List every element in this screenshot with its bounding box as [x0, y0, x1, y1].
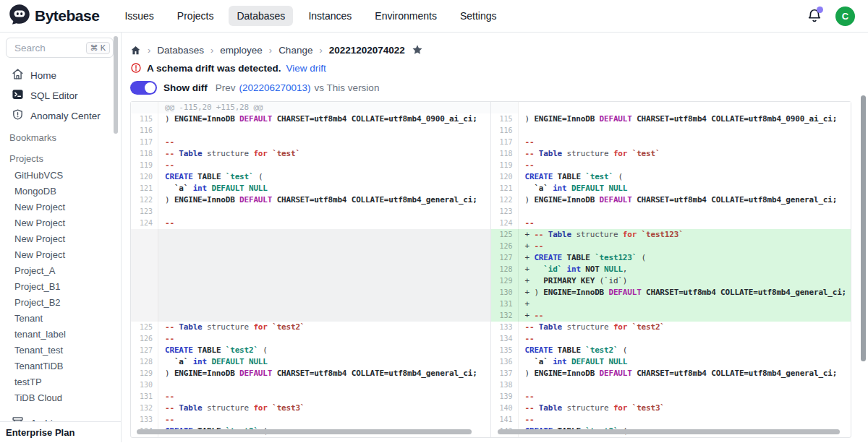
- breadcrumb-item-change[interactable]: Change: [278, 45, 312, 56]
- brand-name: Bytebase: [35, 7, 99, 25]
- line-number: [131, 229, 158, 241]
- diff-row: 117--: [131, 137, 490, 148]
- show-diff-toggle[interactable]: [130, 81, 157, 95]
- breadcrumb-home-icon[interactable]: [130, 45, 141, 56]
- line-number: 129: [131, 368, 158, 379]
- line-number: 128: [131, 356, 158, 368]
- sql-editor-icon: [12, 88, 24, 103]
- project-item[interactable]: TiDB Cloud: [0, 390, 121, 406]
- search-shortcut-kbd: ⌘ K: [86, 42, 110, 54]
- search-input[interactable]: [13, 42, 86, 54]
- diff-hunk-header-row: @@ -115,20 +115,28 @@: [131, 102, 490, 113]
- line-number: 118: [131, 148, 158, 160]
- sidebar-item-label: Anomaly Center: [30, 111, 101, 121]
- breadcrumb-item-employee[interactable]: employee: [220, 45, 263, 56]
- nav-item-databases[interactable]: Databases: [229, 6, 293, 26]
- diff-row: 128 `a` int DEFAULT NULL: [131, 356, 490, 368]
- notification-bell-icon[interactable]: [807, 8, 822, 24]
- bytebase-brand[interactable]: Bytebase: [9, 4, 99, 28]
- diff-row: 119--: [491, 160, 851, 171]
- project-item[interactable]: Tenant: [0, 311, 121, 327]
- nav-item-issues[interactable]: Issues: [116, 6, 161, 26]
- project-item[interactable]: Project_B1: [0, 279, 121, 295]
- nav-item-settings[interactable]: Settings: [452, 6, 505, 26]
- sidebar-section-bookmarks[interactable]: Bookmarks: [0, 126, 121, 147]
- line-number: 115: [131, 113, 158, 125]
- bookmark-star-icon[interactable]: [412, 44, 423, 56]
- project-item[interactable]: MongoDB: [0, 184, 121, 199]
- view-drift-link[interactable]: View drift: [286, 63, 326, 74]
- project-item[interactable]: New Project: [0, 247, 121, 263]
- project-item[interactable]: testTP: [0, 374, 121, 390]
- line-number: 137: [491, 368, 519, 379]
- left-pane-horizontal-scrollbar[interactable]: [137, 429, 472, 434]
- line-number: 115: [491, 113, 519, 125]
- sidebar-item-anomaly-center[interactable]: Anomaly Center: [0, 106, 121, 126]
- sidebar-scrollbar[interactable]: [114, 36, 118, 134]
- line-number: 130: [491, 287, 519, 298]
- diff-row: 131--: [131, 391, 490, 403]
- diff-row: 135CREATE TABLE `test2` (: [491, 345, 851, 356]
- line-number: 136: [491, 356, 519, 368]
- project-item[interactable]: New Project: [0, 199, 121, 215]
- page-vertical-scrollbar[interactable]: [861, 95, 866, 361]
- line-number: 126: [131, 333, 158, 345]
- diff-added-row: 130+ ) ENGINE=InnoDB DEFAULT CHARSET=utf…: [491, 287, 851, 298]
- search-box[interactable]: ⌘ K: [6, 38, 114, 58]
- project-item[interactable]: GitHubVCS: [0, 168, 121, 184]
- code-line: `a` int DEFAULT NULL: [158, 356, 490, 368]
- line-number: [131, 252, 158, 264]
- avatar[interactable]: C: [835, 7, 855, 26]
- line-number: 140: [491, 403, 519, 414]
- project-item[interactable]: New Project: [0, 231, 121, 247]
- home-icon: [12, 68, 24, 82]
- project-item[interactable]: TenantTiDB: [0, 358, 121, 374]
- breadcrumb-current-change-id: 20221202074022: [329, 45, 405, 56]
- line-number: 120: [491, 171, 519, 183]
- line-number: 139: [491, 391, 519, 403]
- diff-row: 139--: [491, 391, 851, 403]
- code-line: --: [519, 391, 851, 403]
- right-pane-horizontal-scrollbar[interactable]: [498, 429, 840, 434]
- project-item[interactable]: tenant_label: [0, 327, 121, 343]
- diff-row: 132-- Table structure for `test3`: [131, 403, 490, 414]
- nav-item-projects[interactable]: Projects: [169, 6, 222, 26]
- project-item[interactable]: Project_B2: [0, 295, 121, 311]
- diff-row: 120CREATE TABLE `test` (: [491, 171, 851, 183]
- sidebar-item-sql-editor[interactable]: SQL Editor: [0, 85, 121, 106]
- line-number: 122: [131, 194, 158, 206]
- code-line: [158, 229, 490, 241]
- diff-row: 136 `a` int DEFAULT NULL: [491, 356, 851, 368]
- breadcrumb-item-databases[interactable]: Databases: [157, 45, 204, 56]
- line-number: 118: [491, 148, 519, 160]
- diff-filler-row: [131, 287, 490, 298]
- line-number: 134: [491, 333, 519, 345]
- diff-row: 116: [491, 125, 851, 137]
- code-line: --: [519, 137, 851, 148]
- top-bar: Bytebase IssuesProjectsDatabasesInstance…: [0, 0, 868, 33]
- line-number: 130: [131, 379, 158, 391]
- bytebase-logo-icon: [9, 4, 30, 28]
- code-line: [158, 275, 490, 287]
- code-line: `a` int DEFAULT NULL: [519, 183, 851, 194]
- code-line: [158, 379, 490, 391]
- diff-added-row: 127+ CREATE TABLE `test123` (: [491, 252, 851, 264]
- sidebar-section-projects[interactable]: Projects: [0, 147, 121, 168]
- line-number: 121: [491, 183, 519, 194]
- code-line: -- Table structure for `test2`: [519, 322, 851, 333]
- code-line: CREATE TABLE `test2` (: [519, 345, 851, 356]
- project-item[interactable]: Tenant_test: [0, 343, 121, 358]
- diff-row: 119--: [131, 160, 490, 171]
- sidebar-item-home[interactable]: Home: [0, 65, 121, 85]
- nav-item-instances[interactable]: Instances: [300, 6, 359, 26]
- project-item[interactable]: Project_A: [0, 263, 121, 279]
- code-line: -- Table structure for `test`: [158, 148, 490, 160]
- project-item[interactable]: New Project: [0, 215, 121, 231]
- nav-item-environments[interactable]: Environments: [367, 6, 445, 26]
- diff-row: 123: [491, 206, 851, 218]
- code-line: -- Table structure for `test3`: [519, 403, 851, 414]
- diff-row: 138: [491, 379, 851, 391]
- anomaly-shield-icon: [12, 108, 24, 123]
- prev-version-link[interactable]: (202206270013): [239, 82, 311, 93]
- diff-row: 121 `a` int DEFAULT NULL: [131, 183, 490, 194]
